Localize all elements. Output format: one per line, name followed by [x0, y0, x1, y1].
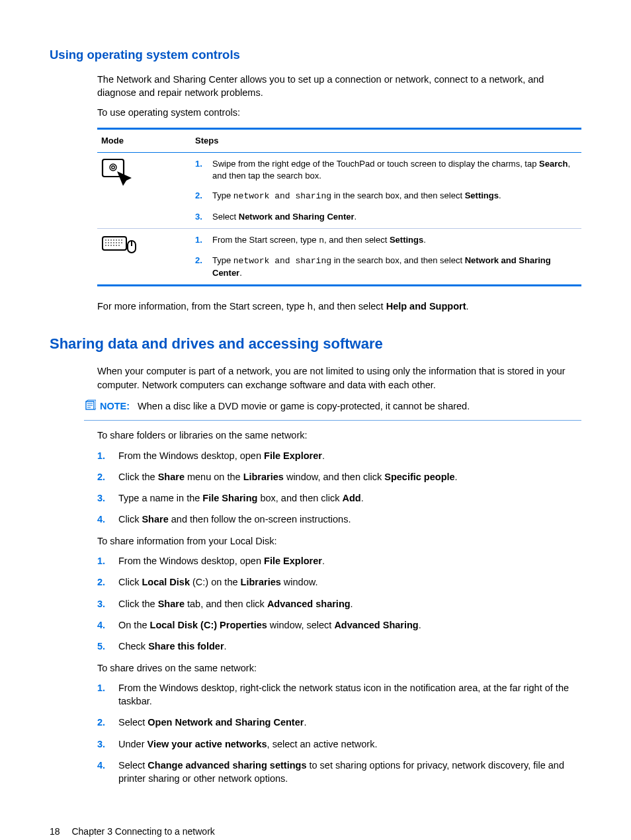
note-rule: [84, 420, 581, 421]
page-footer: 18 Chapter 3 Connecting to a network: [50, 825, 581, 839]
th-steps: Steps: [191, 128, 581, 152]
lead-para: To use operating system controls:: [97, 106, 581, 119]
heading-sharing: Sharing data and drives and accessing so…: [50, 334, 581, 355]
th-mode: Mode: [97, 128, 191, 152]
intro-para: The Network and Sharing Center allows yo…: [97, 73, 581, 100]
mode-touch-icon: [97, 152, 191, 228]
chapter-label: Chapter 3 Connecting to a network: [71, 826, 214, 837]
list-folders: 1.From the Windows desktop, open File Ex…: [97, 449, 581, 526]
keyboard-steps: 1.From the Start screen, type n, and the…: [191, 228, 581, 286]
list-localdisk: 1.From the Windows desktop, open File Ex…: [97, 554, 581, 653]
svg-point-1: [110, 164, 116, 171]
svg-rect-3: [103, 237, 126, 250]
mode-keyboard-icon: [97, 228, 191, 286]
steps-table: Mode Steps 1.Swipe from the right edge o…: [97, 128, 581, 287]
note-text: When a disc like a DVD movie or game is …: [138, 399, 470, 413]
note-icon: [84, 399, 96, 415]
note-label: NOTE:: [100, 399, 130, 413]
after-para: For more information, from the Start scr…: [97, 300, 581, 314]
svg-point-2: [112, 166, 114, 169]
note-block: NOTE: When a disc like a DVD movie or ga…: [84, 399, 581, 415]
heading-os-controls: Using operating system controls: [50, 46, 581, 63]
lead-drives: To share drives on the same network:: [97, 661, 581, 675]
page-number: 18: [50, 826, 60, 837]
sharing-intro: When your computer is part of a network,…: [97, 364, 581, 392]
list-drives: 1.From the Windows desktop, right-click …: [97, 681, 581, 786]
touch-steps: 1.Swipe from the right edge of the Touch…: [191, 152, 581, 228]
lead-folders: To share folders or libraries on the sam…: [97, 429, 581, 442]
lead-localdisk: To share information from your Local Dis…: [97, 534, 581, 548]
